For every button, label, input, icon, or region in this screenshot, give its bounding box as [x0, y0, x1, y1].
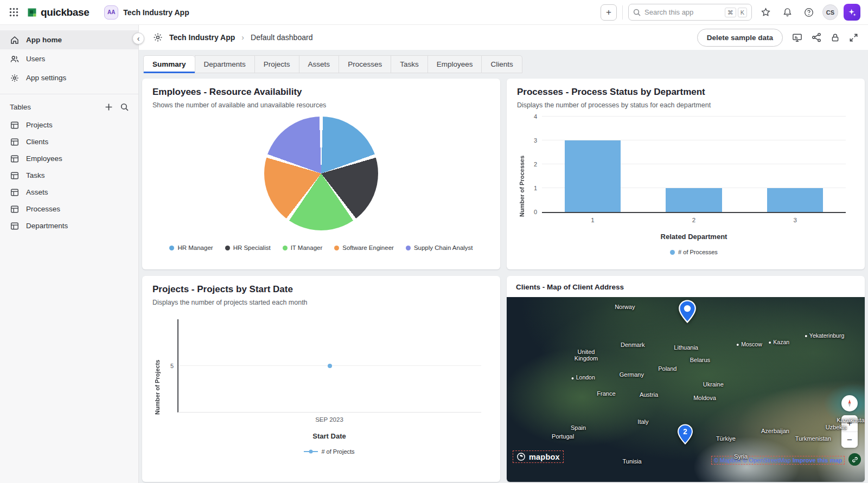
pie-chart[interactable]: [264, 117, 378, 230]
card-projects-by-start-date: Projects - Projects by Start Date Displa…: [142, 276, 500, 482]
search-input[interactable]: Search this app ⌘K: [628, 4, 752, 21]
map-label: Portugal: [552, 433, 574, 440]
y-tick-label: 2: [534, 161, 537, 168]
delete-sample-data-button[interactable]: Delete sample data: [697, 29, 783, 47]
expand-icon: [849, 33, 858, 42]
map-label: Syria: [734, 453, 748, 460]
quickbase-logo-icon: [27, 8, 37, 17]
improve-this-map-link[interactable]: Improve this map: [793, 457, 842, 463]
bar-1[interactable]: [565, 140, 621, 212]
bar-x-categories: 123: [542, 217, 846, 223]
map-label: Spain: [571, 424, 586, 431]
bar-2[interactable]: [666, 188, 722, 212]
tasks-table-icon: [10, 171, 20, 180]
sidebar-item-clients[interactable]: Clients: [0, 133, 138, 150]
legend-dot: [225, 246, 230, 250]
tab-summary[interactable]: Summary: [143, 55, 195, 73]
line-plot[interactable]: 5: [177, 319, 481, 413]
app-launcher-button[interactable]: [5, 4, 22, 21]
y-tick-label: 3: [534, 137, 537, 144]
projects-table-icon: [10, 121, 20, 130]
map-pin[interactable]: 2: [677, 424, 693, 447]
fullscreen-button[interactable]: [849, 33, 858, 42]
favorites-button[interactable]: [757, 4, 774, 21]
tab-departments[interactable]: Departments: [195, 55, 254, 73]
map-label: Belarus: [690, 357, 710, 363]
city-dot: [572, 377, 574, 379]
map-label: Germany: [620, 371, 644, 378]
legend-item: HR Manager: [169, 244, 213, 251]
sidebar-item-projects[interactable]: Projects: [0, 117, 138, 133]
quickbase-logo[interactable]: quickbase: [27, 7, 89, 18]
lock-icon: [831, 33, 840, 42]
map-link-button[interactable]: [848, 453, 861, 466]
legend-item: Software Engineer: [334, 244, 394, 251]
sidebar-item-tasks[interactable]: Tasks: [0, 167, 138, 184]
mapbox-logo[interactable]: mapbox: [513, 451, 563, 462]
feedback-button[interactable]: [792, 33, 802, 43]
map-pin[interactable]: [678, 300, 697, 325]
tab-employees[interactable]: Employees: [427, 55, 482, 73]
home-icon: [10, 36, 20, 44]
lock-button[interactable]: [831, 33, 840, 42]
map-canvas[interactable]: + − mapbox © Mapbox © OpenSt: [507, 297, 865, 482]
card-title: Processes - Process Status by Department: [517, 87, 854, 98]
current-app[interactable]: AA Tech Industry App: [104, 5, 189, 20]
data-point[interactable]: [328, 364, 332, 368]
y-tick-label: 0: [534, 209, 537, 215]
search-icon: [120, 103, 129, 111]
map-label: Ukraine: [703, 381, 724, 388]
avatar[interactable]: CS: [822, 4, 838, 20]
bell-icon: [783, 8, 792, 17]
city-dot: [737, 344, 739, 346]
city-dot: [769, 342, 771, 344]
dashboard-settings-button[interactable]: [153, 33, 163, 42]
tab-projects[interactable]: Projects: [254, 55, 299, 73]
tab-tasks[interactable]: Tasks: [391, 55, 427, 73]
bar-plot[interactable]: 01234: [542, 117, 846, 213]
city-dot: [805, 335, 807, 337]
tab-assets[interactable]: Assets: [299, 55, 339, 73]
legend-item: HR Specialist: [225, 244, 271, 251]
notifications-button[interactable]: [779, 4, 795, 21]
line-x-categories: SEP 2023: [177, 416, 481, 423]
ai-assistant-button[interactable]: [844, 4, 860, 21]
sparkle-icon: [847, 8, 857, 17]
sidebar-item-app-home[interactable]: App home: [0, 30, 138, 49]
add-table-button[interactable]: [105, 103, 113, 111]
tab-processes[interactable]: Processes: [339, 55, 391, 73]
zoom-out-button[interactable]: −: [841, 432, 858, 448]
legend-dot: [334, 246, 339, 250]
compass-icon: [845, 399, 854, 408]
sidebar-item-app-settings[interactable]: App settings: [0, 68, 138, 87]
card-map-of-client-address: Clients - Map of Client Address + −: [507, 276, 865, 482]
legend-label: # of Processes: [678, 249, 718, 255]
legend-label: HR Specialist: [233, 244, 271, 251]
map-label: Uzbekis: [826, 424, 847, 430]
bar-3[interactable]: [767, 188, 824, 212]
y-tick-label: 4: [534, 113, 537, 120]
tab-clients[interactable]: Clients: [481, 55, 522, 73]
legend-item: IT Manager: [283, 244, 323, 251]
osm-attribution-link[interactable]: © OpenStreetMap: [743, 457, 791, 463]
sidebar-nav: App home Users: [0, 30, 138, 87]
sidebar-item-departments[interactable]: Departments: [0, 217, 138, 234]
help-button[interactable]: [801, 4, 817, 21]
sidebar-item-processes[interactable]: Processes: [0, 201, 138, 217]
legend-dot: [670, 250, 675, 255]
map-compass-button[interactable]: [841, 395, 858, 411]
mapbox-logo-text: mapbox: [529, 453, 560, 461]
sidebar-item-users[interactable]: Users: [0, 49, 138, 68]
sidebar-item-employees[interactable]: Employees: [0, 150, 138, 167]
map-label: Italy: [637, 418, 648, 425]
monitor-icon: [792, 33, 802, 43]
sidebar-collapse-button[interactable]: ‹: [132, 33, 144, 44]
breadcrumb-app[interactable]: Tech Industry App: [169, 33, 235, 42]
card-subtitle: Displays the number of projects started …: [152, 299, 490, 306]
map-label: Norway: [615, 304, 635, 310]
share-button[interactable]: [812, 33, 821, 42]
search-tables-button[interactable]: [120, 103, 129, 111]
map-label: Moldova: [693, 395, 716, 401]
new-item-button[interactable]: +: [601, 4, 617, 21]
sidebar-item-assets[interactable]: Assets: [0, 184, 138, 201]
